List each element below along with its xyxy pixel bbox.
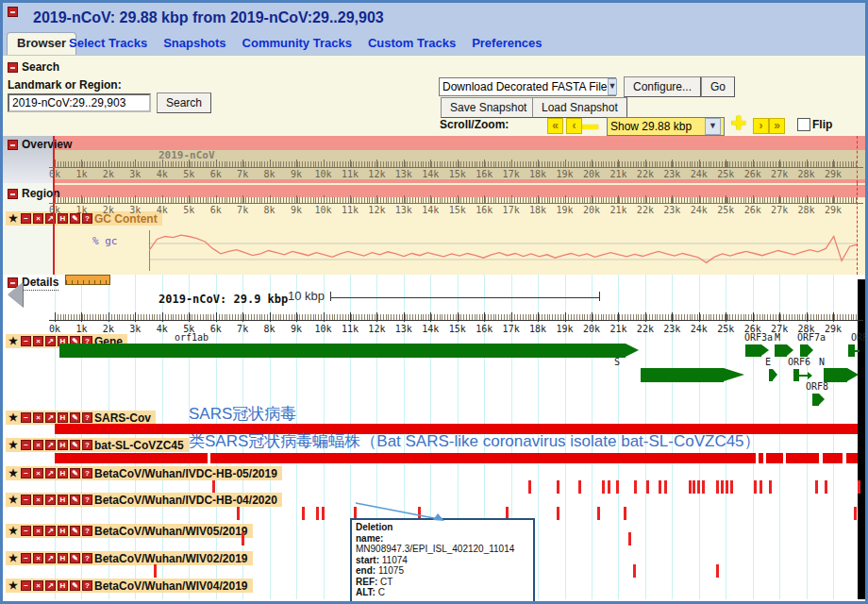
gene-orf8[interactable]	[812, 394, 819, 406]
favorite-star-icon[interactable]: ★	[8, 495, 19, 505]
collapse-icon[interactable]: −	[21, 495, 31, 505]
highlight-icon[interactable]: H	[58, 495, 68, 505]
track-pill-betacov-wuhan-ivdc-hb-05-2019[interactable]: ★−×↗H✎?BetaCoV/Wuhan/IVDC-HB-05/2019	[6, 466, 282, 480]
collapse-icon[interactable]: −	[21, 526, 31, 536]
edit-icon[interactable]: ✎	[70, 440, 80, 450]
edit-icon[interactable]: ✎	[70, 495, 80, 505]
variant-tick[interactable]	[634, 480, 637, 494]
edit-icon[interactable]: ✎	[70, 468, 80, 478]
variant-tick[interactable]	[624, 507, 626, 520]
favorite-star-icon[interactable]: ★	[8, 336, 19, 346]
collapse-icon[interactable]: −	[21, 468, 31, 478]
variant-tick[interactable]	[646, 480, 649, 494]
variant-tick[interactable]	[769, 480, 772, 494]
landmark-input[interactable]	[8, 93, 151, 112]
scroll-far-left-button[interactable]: «	[547, 118, 563, 134]
edit-icon[interactable]: ✎	[70, 553, 80, 563]
favorite-star-icon[interactable]: ★	[8, 580, 19, 591]
tab-community-tracks[interactable]: Community Tracks	[242, 36, 352, 50]
help-icon[interactable]: ?	[82, 495, 92, 505]
scroll-left-button[interactable]: ‹	[566, 118, 582, 134]
track-pill-betacov-wuhan-wiv02-2019[interactable]: ★−×↗H✎?BetaCoV/Wuhan/WIV02/2019	[6, 551, 253, 565]
zoom-in-button[interactable]: ✚	[731, 117, 746, 130]
alignment-bar[interactable]	[759, 453, 763, 463]
fasta-select[interactable]: Download Decorated FASTA File ▼	[439, 77, 616, 96]
variant-tick[interactable]	[721, 480, 724, 494]
alignment-bar[interactable]	[823, 453, 843, 463]
help-icon[interactable]: ?	[82, 580, 92, 591]
variant-tick[interactable]	[754, 480, 757, 494]
favorite-star-icon[interactable]: ★	[8, 412, 19, 423]
favorite-star-icon[interactable]: ★	[8, 213, 19, 224]
close-icon[interactable]: ×	[33, 336, 43, 346]
zoom-level-select[interactable]: Show 29.88 kbp ▼	[607, 117, 725, 136]
variant-tick[interactable]	[854, 507, 857, 520]
share-icon[interactable]: ↗	[45, 580, 56, 591]
go-button[interactable]: Go	[701, 76, 735, 97]
close-icon[interactable]: ×	[33, 580, 43, 591]
scroll-far-right-button[interactable]: »	[769, 118, 785, 134]
gene-orf3a[interactable]	[745, 344, 761, 357]
share-icon[interactable]: ↗	[45, 495, 56, 505]
gene-orf7a[interactable]	[800, 344, 808, 357]
variant-tick[interactable]	[716, 564, 719, 578]
share-icon[interactable]: ↗	[45, 468, 56, 478]
variant-tick[interactable]	[608, 480, 610, 494]
gene-m[interactable]	[775, 344, 787, 357]
alignment-bar[interactable]	[210, 453, 756, 463]
share-icon[interactable]: ↗	[45, 412, 56, 423]
variant-tick[interactable]	[628, 532, 631, 545]
variant-tick[interactable]	[302, 507, 305, 520]
variant-tick[interactable]	[858, 480, 860, 494]
alignment-bar[interactable]	[786, 453, 819, 463]
collapse-all-icon[interactable]	[8, 7, 18, 17]
highlight-icon[interactable]: H	[58, 468, 68, 478]
alignment-bar[interactable]	[766, 453, 783, 463]
variant-tick[interactable]	[242, 532, 244, 545]
help-icon[interactable]: ?	[82, 526, 92, 536]
favorite-star-icon[interactable]: ★	[8, 553, 19, 563]
close-icon[interactable]: ×	[33, 495, 43, 505]
tab-select-tracks[interactable]: Select Tracks	[69, 36, 147, 50]
overview-collapse-icon[interactable]	[8, 140, 18, 150]
track-pill-bat-sl-covzc45[interactable]: ★−×↗H✎?bat-SL-CoVZC45	[6, 438, 189, 452]
gene-s[interactable]	[641, 368, 724, 382]
variant-tick[interactable]	[597, 507, 600, 520]
variant-tick[interactable]	[689, 480, 692, 494]
variant-tick[interactable]	[697, 480, 700, 494]
close-icon[interactable]: ×	[33, 526, 43, 536]
track-pill-betacov-wuhan-wiv04-2019[interactable]: ★−×↗H✎?BetaCoV/Wuhan/WIV04/2019	[6, 579, 253, 593]
collapse-icon[interactable]: −	[21, 440, 31, 450]
highlight-icon[interactable]: H	[58, 553, 68, 563]
gene-orf1ab[interactable]	[59, 344, 626, 358]
variant-tick[interactable]	[702, 480, 705, 494]
variant-tick[interactable]	[616, 480, 619, 494]
favorite-star-icon[interactable]: ★	[8, 468, 19, 478]
tab-custom-tracks[interactable]: Custom Tracks	[368, 36, 456, 50]
ruler-widget-button[interactable]	[65, 275, 110, 285]
highlight-icon[interactable]: H	[58, 580, 68, 591]
edit-icon[interactable]: ✎	[70, 526, 80, 536]
close-icon[interactable]: ×	[33, 440, 43, 450]
zoom-out-button[interactable]: ▬	[582, 118, 598, 131]
region-collapse-icon[interactable]	[8, 189, 18, 199]
alignment-bar[interactable]	[55, 453, 208, 463]
edit-icon[interactable]: ✎	[70, 580, 80, 591]
variant-tick[interactable]	[557, 480, 559, 494]
variant-tick[interactable]	[815, 480, 818, 494]
alignment-bar[interactable]	[846, 453, 858, 463]
collapse-icon[interactable]: −	[21, 412, 31, 423]
close-icon[interactable]: ×	[33, 553, 43, 563]
variant-tick[interactable]	[716, 480, 719, 494]
collapse-icon[interactable]: −	[21, 336, 31, 346]
scroll-right-button[interactable]: ›	[753, 118, 769, 134]
variant-tick[interactable]	[322, 507, 325, 520]
edit-icon[interactable]: ✎	[70, 412, 80, 423]
variant-tick[interactable]	[602, 480, 605, 494]
variant-tick[interactable]	[578, 480, 581, 494]
favorite-star-icon[interactable]: ★	[8, 440, 19, 450]
variant-tick[interactable]	[212, 480, 215, 494]
variant-tick[interactable]	[760, 480, 762, 494]
search-collapse-icon[interactable]	[8, 62, 18, 73]
close-icon[interactable]: ×	[33, 468, 43, 478]
